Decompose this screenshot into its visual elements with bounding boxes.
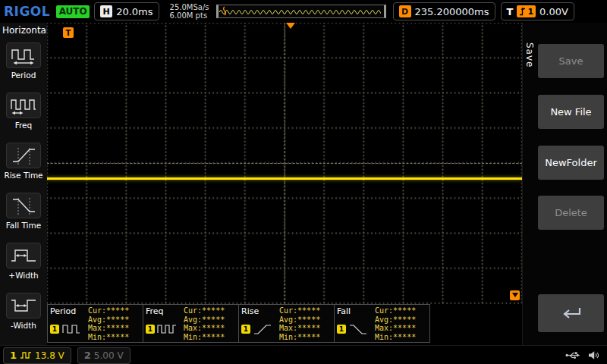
enter-arrow-icon <box>558 305 584 322</box>
channel2-status[interactable]: 2 5.00 V <box>77 347 131 364</box>
sidebar-item-label: +Width <box>8 271 38 280</box>
sample-rate: 25.0MSa/s <box>170 3 209 11</box>
sidebar-item-period[interactable]: Period <box>0 36 47 86</box>
measurement-panel-rise: Rise 1 Cur:***** Avg:***** Max:***** Min… <box>238 304 335 343</box>
measurement-panel-period: Period 1 Cur:***** Avg:***** Max:***** M… <box>47 304 143 343</box>
preview-wave-path <box>219 11 381 14</box>
measurement-row: Period 1 Cur:***** Avg:***** Max:***** M… <box>47 304 429 345</box>
trigger-status-badge: AUTO <box>56 5 90 18</box>
horizontal-timebase-group: H 20.0ms <box>94 2 159 20</box>
memory-wave-icon <box>219 5 381 16</box>
center-vertical-axis <box>285 23 285 304</box>
sidebar-item-rise-time[interactable]: Rise Time <box>0 136 47 186</box>
freq-icon <box>157 323 177 335</box>
delay-badge: D <box>399 5 411 17</box>
usb-icon <box>565 350 580 360</box>
measurement-name: Rise <box>241 306 279 316</box>
timebase-value: 20.0ms <box>116 6 153 17</box>
delay-group: D 235.200000ms <box>393 2 495 20</box>
sidebar-item-fall-time[interactable]: Fall Time <box>0 186 47 236</box>
period-icon <box>61 323 81 335</box>
waveform-memory-preview <box>216 5 386 18</box>
status-icons <box>565 350 599 360</box>
minus-width-icon <box>6 293 41 318</box>
delay-end-marker-icon <box>510 290 520 300</box>
trigger-group: T 1 0.00V <box>501 2 574 20</box>
measurement-panel-fall: Fall 1 Cur:***** Avg:***** Max:***** Min… <box>334 304 430 343</box>
sidebar-item-plus-width[interactable]: +Width <box>0 236 47 286</box>
channel2-number: 2 <box>84 350 91 361</box>
soft-menu: Save Save New File NewFolder Delete <box>522 23 607 345</box>
plus-width-icon <box>6 243 41 268</box>
measurement-values: Cur:***** Avg:***** Max:***** Min:***** <box>375 306 427 340</box>
graticule: T <box>47 23 522 304</box>
sidebar-item-label: Fall Time <box>6 221 41 230</box>
menu-tab-label: Save <box>524 42 535 67</box>
sidebar-item-label: -Width <box>11 321 36 330</box>
square-wave-icon <box>20 351 32 359</box>
trigger-source-badge: 1 <box>517 5 536 17</box>
trigger-position-marker-icon <box>286 23 295 29</box>
enter-button[interactable] <box>538 294 604 332</box>
channel1-status[interactable]: 1 13.8 V <box>3 347 71 364</box>
measure-sidebar: Horizontal Period Freq <box>0 23 47 345</box>
channel-badge: 1 <box>337 325 346 334</box>
rise-time-icon <box>6 143 41 168</box>
sidebar-item-freq[interactable]: Freq <box>0 86 47 136</box>
new-folder-button[interactable]: NewFolder <box>538 146 604 180</box>
save-button[interactable]: Save <box>538 44 604 78</box>
period-icon <box>6 42 41 68</box>
trigger-source: 1 <box>527 7 533 17</box>
memory-depth: 6.00M pts <box>170 11 209 20</box>
horizontal-badge: H <box>100 5 112 17</box>
sidebar-item-label: Rise Time <box>4 171 42 180</box>
measurement-name: Freq <box>146 306 184 316</box>
measurement-values: Cur:***** Avg:***** Max:***** Min:***** <box>279 306 332 340</box>
measurement-name: Fall <box>337 306 375 316</box>
channel1-scale: 13.8 V <box>35 350 64 361</box>
measurement-name: Period <box>50 306 88 316</box>
trigger-label: T <box>507 6 514 17</box>
sidebar-title: Horizontal <box>0 23 47 36</box>
scope-display: T Period 1 Cur:***** Avg:***** Max:*****… <box>47 23 522 345</box>
rising-edge-icon <box>519 7 526 16</box>
trigger-position-corner-marker: T <box>63 27 74 38</box>
speaker-icon <box>588 350 599 360</box>
acquisition-info: 25.0MSa/s 6.00M pts <box>170 3 209 20</box>
delay-value: 235.200000ms <box>415 6 489 17</box>
sidebar-item-label: Period <box>11 71 36 80</box>
channel-badge: 1 <box>50 325 59 334</box>
measurement-values: Cur:***** Avg:***** Max:***** Min:***** <box>184 306 236 340</box>
sidebar-item-minus-width[interactable]: -Width <box>0 286 47 336</box>
rise-time-icon <box>253 323 272 335</box>
new-file-button[interactable]: New File <box>538 95 604 129</box>
sidebar-item-label: Freq <box>15 121 33 130</box>
top-status-bar: RIGOL AUTO H 20.0ms 25.0MSa/s 6.00M pts … <box>0 0 607 24</box>
freq-icon <box>6 93 41 118</box>
channel-status-bar: 1 13.8 V 2 5.00 V <box>0 345 607 364</box>
channel-badge: 1 <box>241 325 250 334</box>
channel1-trace <box>47 177 522 180</box>
measurement-panel-freq: Freq 1 Cur:***** Avg:***** Max:***** Min… <box>143 304 239 343</box>
channel2-scale: 5.00 V <box>94 350 124 361</box>
measurement-values: Cur:***** Avg:***** Max:***** Min:***** <box>88 306 140 340</box>
fall-time-icon <box>6 193 41 218</box>
delete-button[interactable]: Delete <box>538 196 604 230</box>
trigger-level: 0.00V <box>539 6 568 17</box>
channel-badge: 1 <box>146 325 155 334</box>
rigol-logo: RIGOL <box>4 4 50 19</box>
channel1-number: 1 <box>10 350 17 361</box>
fall-time-icon <box>348 323 368 335</box>
